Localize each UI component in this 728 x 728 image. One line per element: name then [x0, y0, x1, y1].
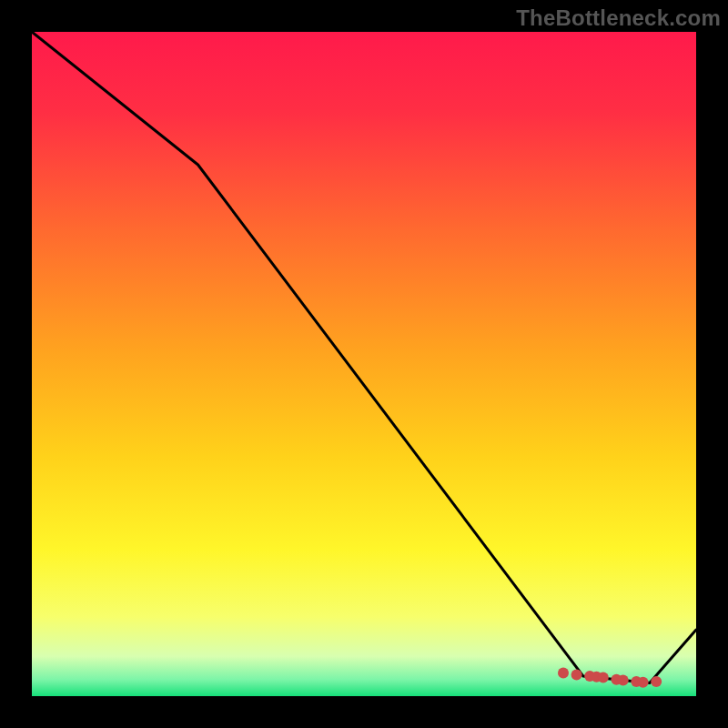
- highlight-dot: [598, 672, 609, 683]
- chart-svg: [32, 32, 696, 696]
- highlight-dot: [638, 677, 649, 688]
- watermark-text: TheBottleneck.com: [516, 5, 721, 31]
- highlight-dot: [618, 675, 629, 686]
- highlight-dot: [651, 676, 662, 687]
- chart-frame: TheBottleneck.com: [0, 0, 728, 728]
- plot-area: [32, 32, 696, 696]
- gradient-background: [32, 32, 696, 696]
- highlight-dot: [558, 668, 569, 679]
- highlight-dot: [571, 670, 582, 681]
